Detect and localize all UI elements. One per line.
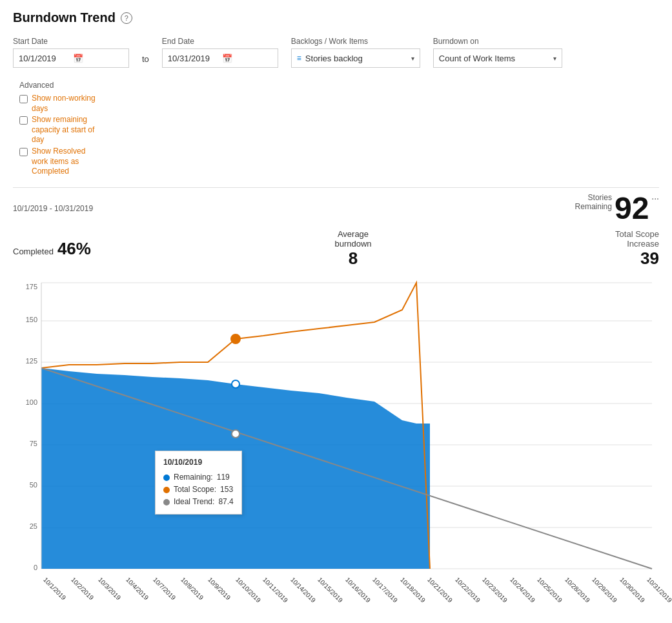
burndown-chevron-icon: ▾ [553,55,556,62]
svg-text:175: 175 [26,283,37,291]
chart-container: 0 25 50 75 100 125 150 175 [13,276,659,580]
help-icon[interactable]: ? [121,12,132,24]
idealtrend-dot [232,430,239,438]
total-scope-label: Total ScopeIncrease [615,229,659,249]
start-date-group: Start Date 10/1/2019 📅 [13,37,129,68]
avg-burndown-metric: Averageburndown 8 [334,229,371,269]
avg-burndown-label: Averageburndown [334,229,371,249]
svg-text:0: 0 [34,564,37,571]
checkbox-resolved-label: Show Resolved work items as Completed [32,147,103,177]
backlog-group: Backlogs / Work Items ≡ Stories backlog … [291,37,420,68]
end-date-label: End Date [162,37,278,46]
stats-bar: 10/1/2019 - 10/31/2019 StoriesRemaining … [13,187,659,227]
completed-label: Completed [13,247,54,256]
checkbox-nonworking: Show non-working days [19,94,103,114]
checkbox-resolved: Show Resolved work items as Completed [19,147,103,177]
svg-text:100: 100 [26,398,37,406]
advanced-group: Advanced Show non-working days Show rema… [19,81,103,177]
start-date-label: Start Date [13,37,129,46]
more-options-icon[interactable]: ··· [651,193,659,203]
svg-text:125: 125 [26,357,37,365]
end-date-input[interactable]: 10/31/2019 📅 [162,48,278,68]
avg-burndown-value: 8 [349,249,358,269]
svg-text:150: 150 [26,316,37,323]
advanced-label: Advanced [19,81,103,90]
calendar-icon-end: 📅 [222,54,272,63]
checkbox-nonworking-input[interactable] [19,95,28,103]
backlog-chevron-icon: ▾ [411,55,414,62]
burndown-dropdown[interactable]: Count of Work Items ▾ [433,48,562,68]
remaining-area [41,368,430,569]
svg-text:75: 75 [30,440,37,447]
backlog-value: Stories backlog [305,54,407,63]
checkbox-nonworking-label: Show non-working days [32,94,103,114]
stories-remaining-value: 92 [615,193,649,224]
completed-metric: Completed 46% [13,239,91,259]
end-date-group: End Date 10/31/2019 📅 [162,37,278,68]
page-title: Burndown Trend [13,10,116,25]
stories-remaining-group: StoriesRemaining 92 ··· [575,193,659,224]
totalscope-dot [231,334,240,343]
total-scope-metric: Total ScopeIncrease 39 [615,229,659,269]
svg-text:50: 50 [30,481,37,489]
start-date-input[interactable]: 10/1/2019 📅 [13,48,129,68]
backlog-icon: ≡ [297,54,301,63]
completed-value: 46% [57,239,91,259]
checkbox-capacity: Show remaining capacity at start of day [19,115,103,145]
svg-text:25: 25 [30,522,37,530]
checkbox-resolved-input[interactable] [19,148,28,156]
backlog-label: Backlogs / Work Items [291,37,420,46]
end-date-value: 10/31/2019 [168,54,218,63]
metrics-row: Completed 46% Averageburndown 8 Total Sc… [13,227,659,276]
stories-remaining-label: StoriesRemaining [575,193,612,211]
burndown-group: Burndown on Count of Work Items ▾ [433,37,562,68]
x-axis-labels: 10/1/2019 10/2/2019 10/3/2019 10/4/2019 … [13,581,659,623]
calendar-icon-start: 📅 [73,54,123,63]
chart-svg: 0 25 50 75 100 125 150 175 [13,276,659,580]
to-separator: to [142,54,149,64]
checkbox-capacity-input[interactable] [19,116,28,125]
checkbox-capacity-label: Show remaining capacity at start of day [32,115,103,145]
burndown-value: Count of Work Items [439,54,549,63]
total-scope-value: 39 [640,249,659,269]
date-range-label: 10/1/2019 - 10/31/2019 [13,204,93,213]
burndown-label: Burndown on [433,37,562,46]
start-date-value: 10/1/2019 [19,54,69,63]
remaining-dot [232,380,239,388]
backlog-dropdown[interactable]: ≡ Stories backlog ▾ [291,48,420,68]
